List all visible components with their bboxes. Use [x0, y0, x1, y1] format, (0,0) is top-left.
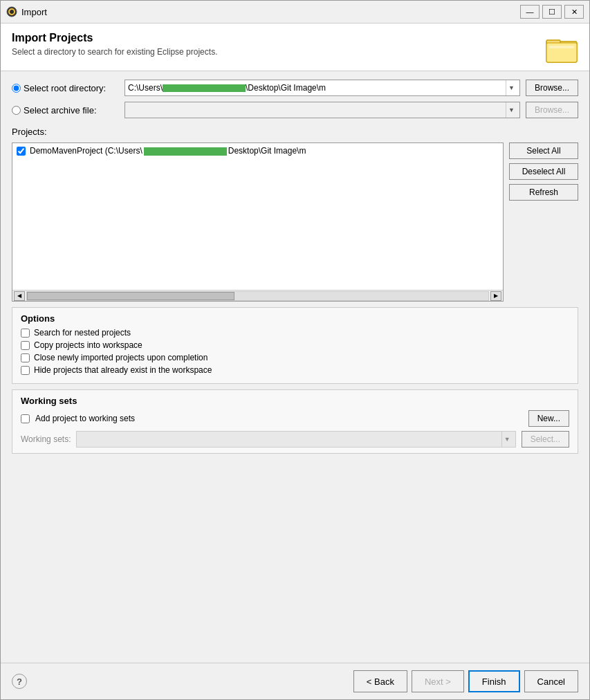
add-working-sets-label: Add project to working sets [35, 414, 135, 423]
archive-file-radio-label[interactable]: Select archive file: [12, 105, 119, 116]
deselect-all-button[interactable]: Deselect All [509, 163, 578, 180]
nested-projects-label: Search for nested projects [34, 328, 131, 338]
scroll-thumb[interactable] [27, 292, 234, 300]
copy-projects-row: Copy projects into workspace [21, 340, 569, 350]
archive-file-row: Select archive file: ▼ Browse... [12, 102, 578, 118]
back-button[interactable]: < Back [353, 670, 407, 692]
select-working-set-button[interactable]: Select... [522, 431, 569, 448]
root-dir-label: Select root directory: [24, 83, 106, 93]
working-sets-combo[interactable]: ▼ [76, 431, 515, 448]
archive-file-combo[interactable]: ▼ [125, 102, 520, 118]
finish-button[interactable]: Finish [468, 670, 520, 692]
hide-projects-row: Hide projects that already exist in the … [21, 365, 569, 375]
svg-rect-5 [549, 46, 574, 48]
projects-list-wrapper: DemoMavenProject (C:\Users\ Desktop\Git … [12, 142, 504, 302]
copy-projects-checkbox[interactable] [21, 341, 30, 350]
next-button[interactable]: Next > [412, 670, 464, 692]
working-sets-box: Working sets Add project to working sets… [12, 389, 578, 454]
scroll-left-button[interactable]: ◀ [14, 291, 25, 301]
list-item[interactable]: DemoMavenProject (C:\Users\ Desktop\Git … [12, 143, 503, 158]
nested-projects-row: Search for nested projects [21, 328, 569, 338]
options-title: Options [21, 313, 569, 324]
content: Select root directory: C:\Users\ \Deskto… [1, 71, 589, 663]
help-button[interactable]: ? [12, 674, 27, 689]
header-section: Import Projects Select a directory to se… [1, 24, 589, 71]
working-sets-title: Working sets [21, 396, 569, 406]
root-dir-browse-button[interactable]: Browse... [526, 80, 578, 96]
archive-file-browse-button[interactable]: Browse... [526, 102, 578, 118]
app-icon [6, 6, 17, 17]
maximize-button[interactable]: ☐ [542, 5, 562, 19]
title-bar: Import — ☐ ✕ [1, 1, 589, 24]
hide-projects-label: Hide projects that already exist in the … [34, 365, 212, 375]
archive-file-combo-arrow-icon[interactable]: ▼ [506, 102, 517, 118]
scroll-track[interactable] [26, 291, 489, 301]
add-working-sets-checkbox[interactable] [21, 414, 30, 423]
header-text: Import Projects Select a directory to se… [12, 32, 540, 57]
copy-projects-label: Copy projects into workspace [34, 340, 142, 350]
horizontal-scrollbar[interactable]: ◀ ▶ [12, 290, 503, 301]
add-working-sets-row: Add project to working sets New... [21, 410, 569, 427]
root-dir-radio[interactable] [12, 84, 21, 93]
working-sets-field-label: Working sets: [21, 434, 71, 444]
close-projects-checkbox[interactable] [21, 353, 30, 362]
page-title: Import Projects [12, 32, 540, 44]
title-bar-title: Import [21, 7, 520, 17]
projects-container: DemoMavenProject (C:\Users\ Desktop\Git … [12, 142, 578, 302]
select-all-button[interactable]: Select All [509, 142, 578, 159]
close-projects-row: Close newly imported projects upon compl… [21, 353, 569, 362]
root-dir-combo[interactable]: C:\Users\ \Desktop\Git Image\m ▼ [125, 80, 520, 96]
projects-list-content[interactable]: DemoMavenProject (C:\Users\ Desktop\Git … [12, 143, 503, 290]
close-projects-label: Close newly imported projects upon compl… [34, 353, 208, 362]
projects-section-label: Projects: [12, 127, 578, 137]
cancel-button[interactable]: Cancel [524, 670, 578, 692]
root-dir-combo-arrow-icon[interactable]: ▼ [506, 80, 517, 95]
content-spacer [12, 459, 578, 654]
footer: ? < Back Next > Finish Cancel [1, 663, 589, 699]
dialog: Import — ☐ ✕ Import Projects Select a di… [0, 0, 590, 700]
root-dir-row: Select root directory: C:\Users\ \Deskto… [12, 80, 578, 96]
project-checkbox[interactable] [17, 147, 26, 156]
root-dir-combo-text: C:\Users\ \Desktop\Git Image\m [128, 83, 506, 93]
minimize-button[interactable]: — [520, 5, 540, 19]
nested-projects-checkbox[interactable] [21, 329, 30, 338]
scroll-right-button[interactable]: ▶ [490, 291, 501, 301]
archive-file-label: Select archive file: [24, 105, 97, 116]
page-subtitle: Select a directory to search for existin… [12, 47, 540, 57]
footer-buttons: < Back Next > Finish Cancel [353, 670, 578, 692]
options-box: Options Search for nested projects Copy … [12, 307, 578, 384]
projects-buttons: Select All Deselect All Refresh [509, 142, 578, 302]
working-sets-combo-arrow-icon[interactable]: ▼ [501, 432, 513, 447]
new-working-set-button[interactable]: New... [528, 410, 569, 427]
folder-icon [545, 32, 578, 65]
refresh-button[interactable]: Refresh [509, 184, 578, 201]
close-button[interactable]: ✕ [564, 5, 584, 19]
root-dir-radio-label[interactable]: Select root directory: [12, 83, 119, 93]
hide-projects-checkbox[interactable] [21, 366, 30, 375]
archive-file-radio[interactable] [12, 106, 21, 115]
project-item-text: DemoMavenProject (C:\Users\ Desktop\Git … [30, 146, 306, 156]
title-bar-controls: — ☐ ✕ [520, 5, 584, 19]
working-sets-label-row: Working sets: ▼ Select... [21, 431, 569, 448]
